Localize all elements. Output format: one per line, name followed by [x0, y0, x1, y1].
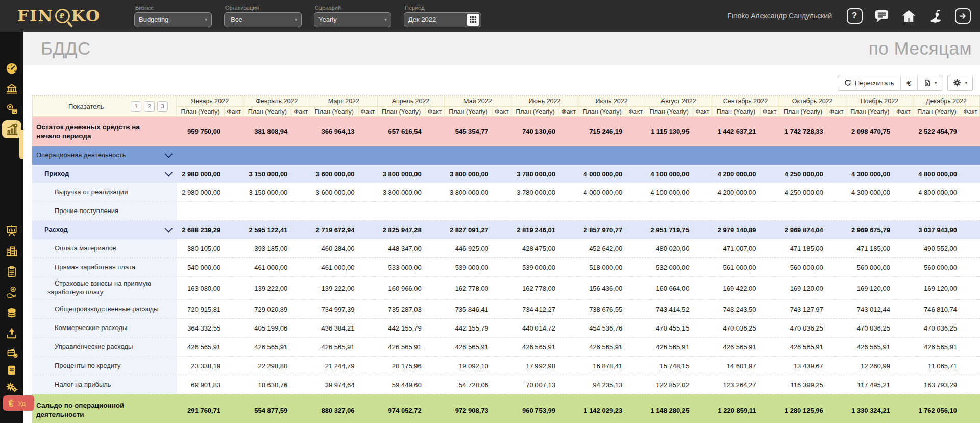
- fact-subheader: Факт: [225, 107, 243, 117]
- sidebar-item-upload[interactable]: [5, 326, 19, 340]
- recalculate-button[interactable]: Пересчитать: [838, 75, 901, 90]
- plan-value-cell: 4 000 000,00: [578, 165, 627, 183]
- sidebar-item-settings-gears[interactable]: [5, 381, 19, 395]
- table-settings-button[interactable]: ▾: [947, 75, 973, 91]
- sidebar-item-finance-calc[interactable]: [5, 102, 19, 116]
- sidebar-item-chart-report[interactable]: [2, 120, 21, 138]
- cards-icon: [5, 346, 18, 359]
- fact-value-cell: [560, 300, 578, 318]
- finoko-logo: FIN ₽ KO: [17, 8, 101, 24]
- sidebar-item-hand-coin[interactable]: [5, 285, 19, 299]
- level-button-3[interactable]: 3: [157, 101, 168, 112]
- row-label-cell[interactable]: Операционная деятельность: [32, 146, 177, 165]
- scenario-select[interactable]: Yearly▾: [314, 12, 391, 27]
- fact-value-cell: [895, 338, 913, 356]
- fact-value-cell: [225, 277, 243, 299]
- fact-value-cell: [225, 239, 243, 257]
- plan-value-cell: [578, 146, 627, 165]
- trash-icon: [7, 398, 16, 408]
- month-header: Июль 2022План (Yearly)Факт: [578, 96, 645, 117]
- plan-value-cell: 734 412,27: [511, 300, 560, 318]
- currency-button[interactable]: €: [901, 75, 918, 90]
- fact-value-cell: [694, 183, 712, 201]
- business-select[interactable]: Budgeting▾: [134, 12, 212, 27]
- plan-value-cell: 735 287,03: [378, 300, 426, 318]
- plan-value-cell: [445, 146, 493, 165]
- plan-subheader: План (Yearly): [779, 107, 827, 117]
- chat-icon[interactable]: [872, 7, 891, 25]
- fact-value-cell: [359, 319, 378, 337]
- sidebar-item-clipboard[interactable]: [5, 265, 19, 279]
- fact-value-cell: [426, 183, 445, 201]
- fact-value-cell: [426, 117, 445, 146]
- fact-value-cell: [292, 338, 310, 356]
- chevron-down-icon[interactable]: [165, 169, 173, 177]
- organization-select[interactable]: -Все-▾: [224, 12, 302, 27]
- plan-value-cell: 974 052,72: [378, 394, 426, 423]
- fact-value-cell: [627, 239, 645, 257]
- logout-icon[interactable]: [953, 7, 972, 25]
- sidebar-item-dashboard-gauge[interactable]: [5, 61, 19, 76]
- sidebar-item-database[interactable]: [5, 306, 19, 320]
- table-month-headers: Январь 2022План (Yearly)ФактФевраль 2022…: [177, 96, 980, 117]
- plan-value-cell: 470 036,25: [913, 319, 962, 337]
- plan-value-cell: 3 800 000,00: [445, 183, 493, 201]
- row-label-cell[interactable]: Приход: [32, 165, 177, 183]
- plan-value-cell: 291 760,71: [177, 394, 225, 423]
- plan-value-cell: 446 925,00: [445, 239, 493, 257]
- table-row: Проценты по кредиту23 338,1922 298,8021 …: [32, 357, 980, 375]
- fact-value-cell: [694, 375, 712, 394]
- plan-value-cell: 426 565,91: [177, 338, 225, 356]
- plan-value-cell: 448 347,00: [378, 239, 426, 257]
- month-name: Июнь 2022: [511, 96, 578, 107]
- level-button-2[interactable]: 2: [144, 101, 155, 112]
- plan-value-cell: 442 155,79: [378, 319, 426, 337]
- fact-value-cell: [426, 239, 445, 257]
- plan-value-cell: 4 250 000,00: [779, 165, 828, 183]
- sidebar-item-book[interactable]: [5, 363, 19, 378]
- plan-value-cell: 2 979 140,89: [712, 221, 761, 239]
- chevron-down-icon[interactable]: [165, 150, 173, 158]
- fact-value-cell: [627, 165, 645, 183]
- fact-value-cell: [761, 375, 779, 394]
- chevron-down-icon[interactable]: [165, 225, 173, 233]
- row-label-cell[interactable]: Расход: [32, 221, 177, 239]
- plan-value-cell: [177, 202, 225, 220]
- plan-value-cell: 426 565,91: [578, 338, 627, 356]
- plan-value-cell: [378, 146, 426, 165]
- fact-value-cell: [359, 258, 378, 276]
- plan-value-cell: 4 200 000,00: [712, 183, 761, 201]
- filter-value: Yearly: [318, 16, 337, 24]
- fact-value-cell: [761, 394, 779, 423]
- sidebar-item-bank[interactable]: [5, 82, 19, 96]
- help-icon[interactable]: ?: [845, 7, 864, 25]
- plan-value-cell: 3 037 943,90: [913, 221, 962, 239]
- plan-value-cell: [378, 202, 426, 220]
- plan-value-cell: 560 000,00: [779, 258, 828, 276]
- period-input[interactable]: Дек 2022: [404, 12, 481, 27]
- main-area: БДДС по Месяцам Пересчитать € ▾ ▾: [23, 32, 980, 423]
- plan-value-cell: 3 800 000,00: [445, 165, 493, 183]
- fact-value-cell: [627, 258, 645, 276]
- fact-subheader: Факт: [626, 107, 645, 117]
- fact-value-cell: [828, 165, 846, 183]
- fact-value-cell: [560, 239, 578, 257]
- level-button-1[interactable]: 1: [131, 101, 141, 112]
- delete-button[interactable]: Уд: [3, 395, 34, 411]
- sidebar-item-company-buildings[interactable]: [5, 244, 19, 258]
- swan-logo-icon[interactable]: [926, 7, 945, 25]
- fact-value-cell: [426, 394, 445, 423]
- fact-value-cell: [828, 202, 846, 220]
- fact-value-cell: [895, 319, 913, 337]
- home-icon[interactable]: [899, 7, 918, 25]
- calendar-icon[interactable]: [467, 14, 479, 26]
- sidebar-item-cards[interactable]: [5, 345, 19, 360]
- export-excel-button[interactable]: ▾: [918, 75, 943, 90]
- fact-value-cell: [828, 221, 846, 239]
- plan-value-cell: 2 969 675,79: [846, 221, 895, 239]
- fact-value-cell: [359, 221, 378, 239]
- sidebar-item-presentation[interactable]: [5, 224, 19, 238]
- fact-value-cell: [627, 183, 645, 201]
- plan-value-cell: 4 300 000,00: [846, 183, 895, 201]
- fact-value-cell: [962, 394, 980, 423]
